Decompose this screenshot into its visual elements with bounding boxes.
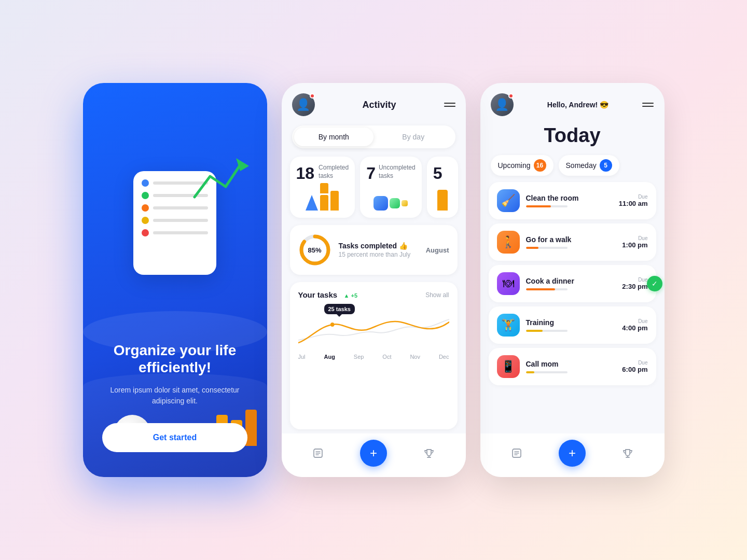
completed-number: 18 xyxy=(296,164,315,183)
task-icon-3: 🏋 xyxy=(497,314,520,337)
other-number: 5 xyxy=(433,164,452,183)
task-icon-2: 🍽 xyxy=(497,272,520,295)
svg-point-3 xyxy=(330,323,334,327)
today-menu-button[interactable] xyxy=(642,103,654,107)
today-bottom-nav: + xyxy=(480,433,665,477)
task-progress-4 xyxy=(526,371,568,373)
task-info-0: Clean the room xyxy=(526,194,613,207)
filter-upcoming-count: 16 xyxy=(534,159,546,172)
chart-header: Your tasks ▲ +5 Show all xyxy=(298,290,449,300)
task-name-3: Training xyxy=(526,318,616,327)
task-progress-2 xyxy=(526,288,568,290)
tasks-nav-button[interactable] xyxy=(308,443,328,464)
arrow-icon xyxy=(189,156,252,207)
task-progress-3 xyxy=(526,330,568,332)
x-label-jul: Jul xyxy=(298,354,306,360)
uncompleted-number: 7 xyxy=(366,164,376,183)
task-name-2: Cook a dinner xyxy=(526,277,616,285)
today-greeting: Hello, Andrew! 😎 xyxy=(547,101,608,109)
tab-by-day[interactable]: By day xyxy=(374,128,453,146)
notification-dot xyxy=(310,93,315,99)
today-title: Today xyxy=(480,120,665,153)
task-item-2[interactable]: 🍽 Cook a dinner Due 2:30 pm ✓ xyxy=(489,265,656,302)
today-tasks-nav-button[interactable] xyxy=(506,443,527,464)
task-icon-1: 🚶 xyxy=(497,231,520,254)
today-screen: 👤 Hello, Andrew! 😎 Today Upcoming 16 Som… xyxy=(480,83,665,477)
chart-area: 25 tasks xyxy=(298,304,449,351)
stat-other: 5 xyxy=(427,157,458,218)
progress-month: August xyxy=(426,246,449,254)
onboarding-subtitle: Lorem ipsum dolor sit amet, consectetur … xyxy=(100,385,251,407)
task-name-1: Go for a walk xyxy=(526,235,616,244)
progress-ring: 85% xyxy=(298,233,331,267)
get-started-button[interactable]: Get started xyxy=(102,423,247,452)
task-info-4: Call mom xyxy=(526,360,616,373)
task-progress-1 xyxy=(526,247,568,249)
tab-by-month[interactable]: By month xyxy=(294,128,374,146)
task-icon-0: 🧹 xyxy=(497,189,520,212)
filter-someday[interactable]: Someday 5 xyxy=(559,155,619,176)
filter-someday-count: 5 xyxy=(600,159,612,172)
task-due-4: Due 6:00 pm xyxy=(622,360,647,373)
today-add-task-button[interactable]: + xyxy=(559,440,586,467)
filter-upcoming-label: Upcoming xyxy=(498,161,531,170)
add-task-button[interactable]: + xyxy=(360,440,387,467)
chart-tooltip: 25 tasks xyxy=(324,304,355,314)
activity-header: 👤 Activity xyxy=(282,83,466,121)
x-label-sep: Sep xyxy=(354,354,364,360)
chart-badge: ▲ +5 xyxy=(344,292,358,299)
task-name-4: Call mom xyxy=(526,360,616,368)
progress-info: Tasks completed 👍 15 percent more than J… xyxy=(339,242,419,258)
task-due-0: Due 11:00 am xyxy=(619,194,648,207)
progress-title: Tasks completed 👍 xyxy=(339,242,419,250)
x-label-dec: Dec xyxy=(439,354,449,360)
today-trophy-nav-button[interactable] xyxy=(617,443,638,464)
filter-row: Upcoming 16 Someday 5 xyxy=(480,153,665,180)
add-icon: + xyxy=(370,446,377,460)
task-due-2: Due 2:30 pm xyxy=(622,277,647,290)
activity-title: Activity xyxy=(362,100,396,110)
activity-screen: 👤 Activity By month By day 18 Completedt… xyxy=(282,83,466,477)
trophy-nav-button[interactable] xyxy=(419,443,439,464)
task-item-4[interactable]: 📱 Call mom Due 6:00 pm xyxy=(489,348,656,385)
chart-x-labels: Jul Aug Sep Oct Nov Dec xyxy=(298,354,449,360)
onboarding-screen: Organize your life efficiently! Lorem ip… xyxy=(83,83,267,477)
task-item-3[interactable]: 🏋 Training Due 4:00 pm xyxy=(489,306,656,344)
x-label-oct: Oct xyxy=(382,354,391,360)
progress-section: 85% Tasks completed 👍 15 percent more th… xyxy=(290,225,458,275)
today-avatar[interactable]: 👤 xyxy=(491,93,514,116)
task-icon-4: 📱 xyxy=(497,355,520,378)
x-label-aug: Aug xyxy=(324,354,335,360)
tab-bar: By month By day xyxy=(292,125,455,148)
filter-upcoming[interactable]: Upcoming 16 xyxy=(491,155,554,176)
task-due-3: Due 4:00 pm xyxy=(622,318,647,332)
progress-percent: 85% xyxy=(308,246,321,254)
task-info-1: Go for a walk xyxy=(526,235,616,249)
task-item-0[interactable]: 🧹 Clean the room Due 11:00 am xyxy=(489,182,656,219)
task-info-3: Training xyxy=(526,318,616,332)
chart-section: Your tasks ▲ +5 Show all 25 tasks Jul xyxy=(290,282,458,429)
today-add-icon: + xyxy=(569,446,576,460)
uncompleted-label: Uncompletedtasks xyxy=(379,164,416,180)
activity-bottom-nav: + xyxy=(282,433,466,477)
task-item-1[interactable]: 🚶 Go for a walk Due 1:00 pm xyxy=(489,223,656,261)
avatar[interactable]: 👤 xyxy=(292,93,315,116)
task-info-2: Cook a dinner xyxy=(526,277,616,290)
menu-button[interactable] xyxy=(444,103,455,107)
onboarding-text-block: Organize your life efficiently! Lorem ip… xyxy=(83,342,267,407)
completed-label: Completedtasks xyxy=(319,164,349,180)
task-check-2: ✓ xyxy=(647,276,662,291)
today-header: 👤 Hello, Andrew! 😎 xyxy=(480,83,665,120)
onboarding-illustration xyxy=(83,114,267,332)
task-due-1: Due 1:00 pm xyxy=(622,235,647,249)
onboarding-title: Organize your life efficiently! xyxy=(100,342,251,376)
task-list: 🧹 Clean the room Due 11:00 am 🚶 xyxy=(480,180,665,433)
cone-illustration xyxy=(306,183,339,211)
chart-show-all[interactable]: Show all xyxy=(425,291,449,299)
progress-sublabel: 15 percent more than July xyxy=(339,251,419,258)
x-label-nov: Nov xyxy=(410,354,420,360)
today-notif-dot xyxy=(508,93,514,99)
filter-someday-label: Someday xyxy=(566,161,597,170)
task-progress-0 xyxy=(526,205,568,207)
chart-title: Your tasks xyxy=(298,290,338,299)
